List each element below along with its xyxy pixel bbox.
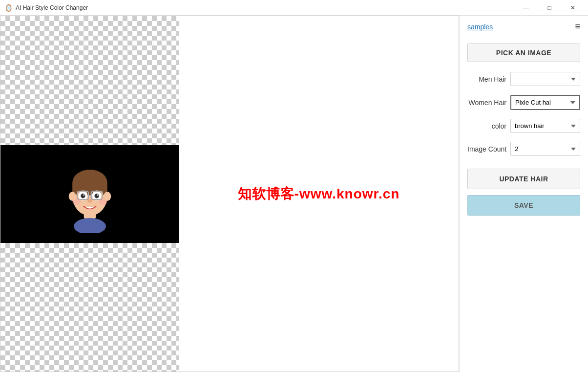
men-hair-label: Men Hair: [467, 75, 506, 83]
svg-point-17: [87, 199, 92, 203]
women-hair-row: Women Hair Pixie Cut hai Long Hair Curly…: [467, 95, 580, 110]
svg-point-14: [94, 194, 99, 198]
close-button[interactable]: ✕: [562, 0, 584, 16]
men-hair-select[interactable]: Short Hair Long Hair Curly Hair: [510, 72, 580, 86]
color-label: color: [467, 122, 506, 130]
avatar-svg: [58, 155, 122, 233]
window-controls: — □ ✕: [515, 0, 584, 16]
svg-point-15: [83, 194, 84, 196]
right-preview: 知软博客-www.knowr.cn: [179, 16, 459, 372]
checker-bottom: [0, 243, 179, 372]
women-hair-label: Women Hair: [467, 99, 506, 107]
minimize-button[interactable]: —: [515, 0, 537, 16]
image-count-row: Image Count 1 2 3 4: [467, 142, 580, 156]
sidebar: samples ≡ PICK AN IMAGE Men Hair Short H…: [459, 16, 588, 372]
checker-top: [0, 16, 179, 145]
watermark-text: 知软博客-www.knowr.cn: [238, 185, 400, 203]
image-count-label: Image Count: [467, 145, 506, 153]
left-image-column: [0, 16, 179, 372]
svg-point-16: [97, 194, 98, 196]
svg-point-18: [72, 199, 81, 204]
svg-point-19: [99, 199, 107, 204]
image-center: [0, 145, 179, 243]
main-content: 知软博客-www.knowr.cn samples ≡ PICK AN IMAG…: [0, 16, 588, 372]
svg-point-1: [74, 218, 106, 233]
update-hair-button[interactable]: UPDATE HAIR: [467, 169, 580, 189]
menu-icon[interactable]: ≡: [575, 22, 580, 32]
app-title: AI Hair Style Color Changer: [16, 4, 515, 11]
pick-image-button[interactable]: PICK AN IMAGE: [467, 44, 580, 62]
save-button[interactable]: SAVE: [467, 195, 580, 216]
men-hair-row: Men Hair Short Hair Long Hair Curly Hair: [467, 72, 580, 86]
image-panel: 知软博客-www.knowr.cn: [0, 16, 459, 372]
title-bar: 🪞 AI Hair Style Color Changer — □ ✕: [0, 0, 588, 16]
sidebar-header: samples ≡: [467, 22, 580, 36]
app-icon: 🪞: [4, 3, 13, 12]
maximize-button[interactable]: □: [538, 0, 561, 16]
svg-point-13: [81, 194, 85, 198]
samples-link[interactable]: samples: [467, 23, 493, 31]
color-select[interactable]: brown hair black hair blonde hair red ha…: [510, 119, 580, 133]
color-row: color brown hair black hair blonde hair …: [467, 119, 580, 133]
image-count-select[interactable]: 1 2 3 4: [510, 142, 580, 156]
women-hair-select[interactable]: Pixie Cut hai Long Hair Curly Hair Bob H…: [510, 95, 580, 110]
